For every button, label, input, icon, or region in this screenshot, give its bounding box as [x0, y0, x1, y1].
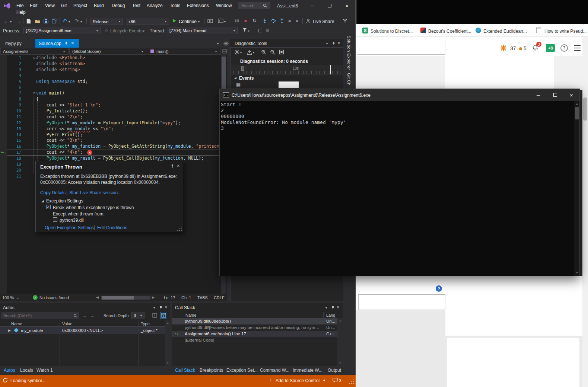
events-expander-icon[interactable]: ◢: [234, 76, 236, 80]
stack-frames-icon[interactable]: [265, 28, 270, 33]
step-out-icon[interactable]: [279, 18, 284, 23]
project-dropdown-label[interactable]: Assignment6: [3, 49, 28, 54]
undo-dropdown-icon[interactable]: ▾: [69, 20, 70, 24]
configuration-select[interactable]: Release▾: [90, 18, 123, 25]
copy-details-link[interactable]: Copy Details: [40, 190, 66, 195]
module-checkbox[interactable]: [53, 217, 57, 222]
fold-collapse-icon[interactable]: ⊟: [21, 90, 36, 96]
callstack-col-lang[interactable]: Lang: [326, 313, 335, 318]
scope-dropdown-label[interactable]: (Global Scope): [72, 49, 101, 54]
tab-pin-icon[interactable]: [64, 41, 69, 46]
autos-col-name[interactable]: Name: [11, 322, 22, 326]
search-next-icon[interactable]: →: [90, 313, 95, 318]
resize-grip[interactable]: [349, 380, 355, 385]
console-minimize-icon[interactable]: ─: [530, 89, 547, 101]
export-report-icon[interactable]: [247, 49, 252, 55]
callstack-scrollbar[interactable]: [337, 318, 343, 366]
answer-input[interactable]: [358, 294, 445, 310]
browser-scrollbar-thumb[interactable]: [583, 97, 587, 121]
restart-icon[interactable]: ↻: [252, 18, 257, 24]
tab-source-cpp-label[interactable]: Source.cpp: [39, 41, 61, 46]
tab-call-stack[interactable]: Call Stack: [175, 368, 195, 373]
autos-scroll-down-icon[interactable]: ▼: [166, 362, 169, 365]
timeline-cursor[interactable]: [330, 65, 331, 74]
live-share-icon[interactable]: [305, 18, 311, 23]
menu-item-git[interactable]: Git: [61, 3, 67, 8]
member-dropdown-icon[interactable]: ▾: [215, 50, 217, 54]
exception-error-icon[interactable]: ✕: [87, 150, 92, 155]
autos-row-value[interactable]: 0x00000000 <NULL>: [62, 328, 103, 333]
tab-list-dropdown-icon[interactable]: ▾: [217, 42, 219, 46]
menu-item-extensions[interactable]: Extensions: [187, 3, 209, 8]
menu-item-help[interactable]: Help: [16, 10, 26, 15]
save-all-icon[interactable]: [51, 18, 57, 23]
search-depth-select[interactable]: 3▾: [131, 312, 144, 319]
watch-format-icon[interactable]: [152, 313, 158, 318]
tab-output[interactable]: Output: [328, 368, 341, 373]
callstack-row-name[interactable]: [External Code]: [185, 338, 214, 343]
exception-pin-icon[interactable]: [170, 164, 175, 169]
callstack-col-name[interactable]: Name: [185, 313, 196, 318]
continue-dropdown-icon[interactable]: ▾: [198, 20, 200, 24]
diagnostic-gear-dropdown-icon[interactable]: ▾: [240, 51, 242, 55]
break-checkbox-label[interactable]: Break when this exception type is thrown: [53, 205, 134, 210]
minimize-icon[interactable]: ─: [304, 0, 321, 11]
settings-expander-icon[interactable]: ◢: [41, 199, 44, 203]
watch-layout-icon[interactable]: [160, 312, 167, 319]
autos-close-icon[interactable]: ×: [165, 304, 168, 310]
zoom-in-icon[interactable]: [261, 49, 266, 55]
reset-view-icon[interactable]: [279, 49, 284, 55]
events-table-icon[interactable]: ▦: [236, 82, 241, 88]
hscroll-left-icon[interactable]: ◀: [96, 295, 99, 300]
add-to-source-control-button[interactable]: Add to Source Control: [276, 378, 320, 383]
filter-funnel-icon[interactable]: [242, 28, 247, 32]
diagnostic-close-icon[interactable]: ×: [337, 40, 340, 46]
edit-conditions-link[interactable]: Edit Conditions: [97, 225, 127, 230]
row-expander-icon[interactable]: ▶: [8, 329, 11, 333]
zoom-dropdown-icon[interactable]: ▾: [17, 297, 19, 300]
open-folder-icon[interactable]: [34, 19, 40, 24]
pause-icon[interactable]: ▮▮: [235, 19, 239, 23]
fold-collapse-icon[interactable]: ⊟: [21, 55, 36, 61]
bookmark-item[interactable]: How to write Pseud...: [544, 29, 587, 34]
tab-close-icon[interactable]: ×: [71, 40, 74, 46]
autos-row-type[interactable]: _object *: [141, 328, 158, 333]
tab-watch1[interactable]: Watch 1: [36, 368, 53, 373]
continue-play-icon[interactable]: ▶: [173, 18, 176, 23]
start-live-share-link[interactable]: Start Live Share session...: [69, 190, 121, 195]
tab-immediate-window[interactable]: Immediate W...: [293, 368, 322, 373]
site-search-input[interactable]: [357, 41, 445, 55]
show-threads-icon[interactable]: ≡: [288, 19, 291, 24]
redo-icon[interactable]: ↷: [74, 18, 79, 24]
diagnostic-pin-icon[interactable]: [331, 41, 336, 46]
tab-command-window[interactable]: Command W...: [260, 368, 289, 373]
bookmark-item[interactable]: Bezout's Coefficient...: [428, 29, 471, 34]
tab-exception-settings[interactable]: Exception Set...: [226, 368, 258, 373]
platform-select[interactable]: x86▾: [126, 18, 169, 25]
feedback-broadcast-icon[interactable]: [342, 18, 348, 23]
step-into-icon[interactable]: [262, 18, 267, 23]
search-prev-icon[interactable]: ←: [83, 313, 87, 318]
autos-col-value[interactable]: Value: [62, 322, 72, 326]
tab-solution-explorer[interactable]: Solution Explorer: [347, 36, 351, 70]
tab-autos[interactable]: Autos: [4, 368, 15, 373]
back-dropdown-icon[interactable]: ▾: [10, 20, 12, 24]
editor-options-gear-icon[interactable]: [223, 41, 229, 46]
console-scrollbar-thumb[interactable]: [575, 107, 579, 119]
menu-item-analyze[interactable]: Analyze: [147, 3, 163, 8]
menu-item-debug[interactable]: Debug: [112, 3, 125, 8]
break-checkbox[interactable]: ✓: [46, 205, 51, 209]
autos-search-input[interactable]: [1, 312, 79, 319]
back-icon[interactable]: ←: [4, 18, 9, 25]
editor-hscrollbar-thumb[interactable]: [102, 296, 134, 300]
callstack-row-name[interactable]: python39.dll![Frames below may be incorr…: [185, 325, 322, 330]
zoom-level[interactable]: 100 %: [2, 295, 14, 300]
tab-git-changes[interactable]: Git Ch: [347, 73, 351, 86]
issues-status[interactable]: No issues found: [39, 295, 69, 300]
menu-item-view[interactable]: View: [45, 3, 55, 8]
autos-scrollbar[interactable]: [165, 320, 170, 366]
exception-settings-label[interactable]: Exception Settings: [46, 198, 83, 204]
tab-mypy[interactable]: mypy.py: [5, 41, 22, 46]
menu-item-window[interactable]: Window: [216, 3, 232, 8]
close-icon[interactable]: ×: [338, 0, 356, 11]
